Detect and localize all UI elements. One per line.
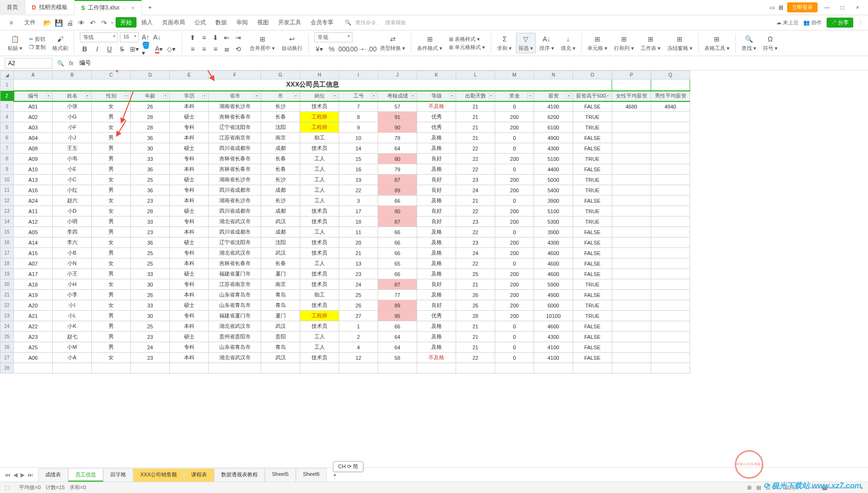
menu-公式[interactable]: 公式 [190,17,211,28]
align-just-icon[interactable]: ≣ [222,44,232,54]
cell[interactable]: 23 [131,332,170,342]
sheet-XXX公司销售额[interactable]: XXX公司销售额 [133,468,184,482]
cell[interactable]: 4100 [534,353,573,363]
cell[interactable]: 本科 [170,321,209,332]
print-icon[interactable]: 🖨 [65,18,75,28]
cell[interactable]: 26 [131,101,170,112]
cell[interactable]: 1 [339,321,378,332]
cell[interactable]: 95 [378,311,417,321]
cell[interactable]: 长春 [261,154,300,164]
header-学历[interactable]: 学历 [170,91,209,101]
cell[interactable]: 4 [339,342,378,353]
name-box[interactable] [5,58,52,69]
cell[interactable]: 0 [495,164,534,175]
cell[interactable]: 男 [92,290,131,300]
cell[interactable]: 5900 [534,279,573,290]
cell[interactable]: 女 [92,122,131,133]
rowcol-button[interactable]: ⊞行和列 ▾ [611,34,637,52]
cell[interactable]: TRUE [573,122,612,133]
find-button[interactable]: 🔍查找 ▾ [739,34,759,52]
cloud-status[interactable]: ☁ 未上云 [776,19,799,26]
cell[interactable]: 南京 [261,279,300,290]
header-岗位[interactable]: 岗位 [300,91,339,101]
row-14[interactable]: 14 [0,217,14,227]
cell[interactable]: 21 [456,279,495,290]
cell[interactable]: 江苏省南京市 [209,279,261,290]
cell[interactable]: FALSE [573,342,612,353]
cell[interactable]: 女 [92,101,131,112]
row-7[interactable]: 7 [0,143,14,154]
sheet-员工信息[interactable]: 员工信息 [68,468,103,482]
row-25[interactable]: 25 [0,332,14,342]
cell[interactable]: 5000 [534,175,573,185]
cell[interactable]: 及格 [417,143,456,154]
cond-format[interactable]: ⊞条件格式 ▾ [414,34,445,52]
cell[interactable]: 及格 [417,258,456,269]
cell[interactable]: 硕士 [170,206,209,217]
cell[interactable]: FALSE [573,164,612,175]
header-薪资高于5000[interactable]: 薪资高于5000 [573,91,612,101]
col-F[interactable]: F [209,71,261,79]
cell[interactable]: 0 [495,353,534,363]
sheet-nav[interactable]: ◀ [13,472,18,478]
col-P[interactable]: P [612,71,651,79]
cell[interactable]: 33 [131,217,170,227]
cell[interactable]: A03 [14,122,53,133]
cell[interactable]: 28 [131,112,170,122]
cell-format[interactable]: ⊞ 单元格格式 ▾ [449,44,485,51]
redo-icon[interactable]: ↷ [99,18,109,28]
cell[interactable]: 男 [92,133,131,143]
cell[interactable]: 22 [456,164,495,175]
col-C[interactable]: C [92,71,131,79]
cell[interactable]: 21 [456,196,495,206]
format-brush[interactable]: 🖌格式刷 [49,34,71,52]
cell[interactable]: FALSE [573,332,612,342]
comma-icon[interactable]: 000 [339,44,349,54]
cell[interactable]: 16 [339,164,378,175]
cell[interactable]: 4900 [534,290,573,300]
cell[interactable]: 28 [131,206,170,217]
cell[interactable]: 28 [456,311,495,321]
cell[interactable]: 36 [131,185,170,196]
col-O[interactable]: O [573,71,612,79]
cell[interactable]: 本科 [170,133,209,143]
border-icon[interactable]: ⊞▾ [129,44,139,54]
cell[interactable]: 专科 [170,122,209,133]
cell[interactable]: 80 [378,154,417,164]
cell[interactable]: 本科 [170,227,209,237]
cut-button[interactable]: ✂ 剪切 [29,36,45,43]
sheet-Sheet6[interactable]: Sheet6 [296,468,327,482]
cell[interactable]: 贵阳 [261,332,300,342]
cell[interactable]: 小E [53,164,92,175]
cell[interactable]: 及格 [417,133,456,143]
cell[interactable]: 成都 [261,143,300,154]
cell[interactable]: 小李 [53,290,92,300]
col-D[interactable]: D [131,71,170,79]
cell[interactable]: 赵六 [53,196,92,206]
cell[interactable]: 男 [92,154,131,164]
cell[interactable]: 21 [456,112,495,122]
file-menu[interactable]: 文件 [20,17,40,29]
tab-templates[interactable]: D找稻壳模板 [25,0,75,15]
cell[interactable]: 男 [92,248,131,258]
cell[interactable]: 良好 [417,175,456,185]
cell[interactable]: 26 [456,290,495,300]
cell[interactable]: 18 [339,217,378,227]
cell[interactable]: 3900 [534,227,573,237]
cell[interactable]: A07 [14,258,53,269]
cell[interactable]: 女 [92,300,131,311]
cell[interactable]: 女 [92,196,131,206]
cell[interactable]: TRUE [573,206,612,217]
maximize-icon[interactable]: □ [837,2,848,13]
cell[interactable]: 66 [378,321,417,332]
cell[interactable]: 技术员 [300,143,339,154]
cell[interactable]: FALSE [573,269,612,279]
col-G[interactable]: G [261,71,300,79]
sheet-Sheet5[interactable]: Sheet5 [265,468,296,482]
undo-icon[interactable]: ↶ [88,18,98,28]
cell[interactable]: 吉林省长春市 [209,258,261,269]
cell-button[interactable]: ⊞单元格 ▾ [585,34,610,52]
cell[interactable]: 8 [339,112,378,122]
open-icon[interactable]: 📂 [42,18,52,28]
row-17[interactable]: 17 [0,248,14,258]
